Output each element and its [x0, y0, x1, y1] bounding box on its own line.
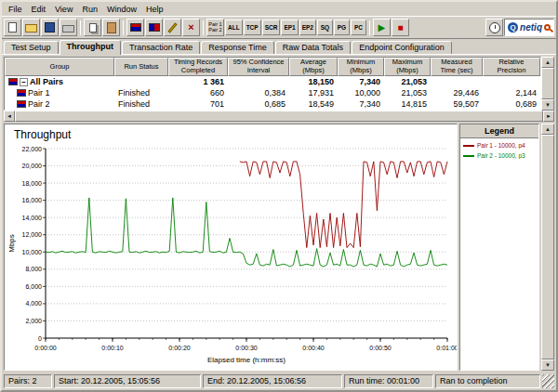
- legend-panel: Legend Pair 1 - 10000, p4 Pair 2 - 10000…: [459, 124, 539, 371]
- table-row-pair-1[interactable]: Pair 1 Finished 660 0,384 17,931 10,000 …: [5, 87, 540, 98]
- svg-text:0:00:00: 0:00:00: [34, 345, 56, 351]
- paste-button[interactable]: [102, 19, 120, 36]
- legend-item-pair1[interactable]: Pair 1 - 10000, p4: [460, 138, 538, 149]
- menubar: File Edit View Run Window Help: [2, 2, 556, 16]
- pair-visibility-button[interactable]: Pair 1 Pair 2: [206, 19, 224, 36]
- menu-view[interactable]: View: [50, 4, 77, 15]
- run-icon: ▶: [379, 23, 386, 33]
- svg-text:2,000: 2,000: [25, 318, 42, 324]
- col-confidence-interval[interactable]: 95% Confidence Interval: [228, 58, 289, 76]
- print-button[interactable]: [60, 19, 77, 36]
- throughput-chart: 02,0004,0006,0008,00010,00012,00014,0001…: [5, 141, 457, 370]
- col-group[interactable]: Group: [5, 58, 114, 76]
- legend-item-pair2[interactable]: Pair 2 - 10000, p3: [460, 149, 538, 159]
- menu-run[interactable]: Run: [77, 4, 102, 15]
- new-document-icon: [8, 22, 17, 33]
- scroll-left-button[interactable]: ◄: [4, 111, 15, 122]
- svg-text:0:00:30: 0:00:30: [235, 345, 257, 351]
- menu-file[interactable]: File: [4, 4, 27, 15]
- delete-pair-button[interactable]: ×: [182, 19, 200, 36]
- menu-help[interactable]: Help: [141, 4, 168, 15]
- filter-ep1-button[interactable]: EP1: [281, 20, 298, 35]
- tab-endpoint-configuration[interactable]: Endpoint Configuration: [352, 41, 452, 54]
- col-run-status[interactable]: Run Status: [114, 58, 168, 76]
- filter-scr-button[interactable]: SCR: [262, 20, 281, 35]
- cell-records: 701: [168, 98, 228, 110]
- results-table-section: Group Run Status Timing Records Complete…: [4, 57, 554, 111]
- cell-minimum: 7,340: [338, 76, 384, 87]
- table-row-all-pairs[interactable]: − All Pairs 1 361 18,150 7,340 21,053: [5, 76, 540, 87]
- toolbar-separator: [203, 20, 204, 35]
- status-pairs: Pairs: 2: [4, 374, 52, 388]
- cell-run-status: Finished: [114, 87, 168, 98]
- tab-throughput[interactable]: Throughput: [60, 40, 121, 55]
- tab-transaction-rate[interactable]: Transaction Rate: [122, 41, 200, 54]
- new-test-button[interactable]: [4, 19, 21, 36]
- copy-button[interactable]: [84, 19, 101, 36]
- open-test-button[interactable]: [22, 19, 40, 36]
- scroll-up-button[interactable]: ▲: [541, 57, 554, 68]
- run-test-button[interactable]: ▶: [373, 19, 391, 36]
- main-vscrollbar[interactable]: ▲ ▼: [541, 124, 554, 371]
- tab-bar: Test Setup Throughput Transaction Rate R…: [2, 39, 556, 55]
- menu-window[interactable]: Window: [102, 4, 141, 15]
- pair-icon: [17, 100, 26, 108]
- col-average[interactable]: Average (Mbps): [289, 58, 338, 76]
- svg-text:0:00:20: 0:00:20: [168, 345, 190, 351]
- scroll-thumb[interactable]: [541, 135, 554, 359]
- timer-button[interactable]: [485, 19, 503, 36]
- cell-average: 18,549: [289, 98, 338, 110]
- table-vscrollbar[interactable]: ▲ ▼: [541, 57, 554, 111]
- cell-minimum: 7,340: [338, 98, 384, 110]
- legend-label: Pair 1 - 10000, p4: [477, 142, 525, 149]
- scroll-down-button[interactable]: ▼: [541, 359, 554, 371]
- svg-text:Mbps: Mbps: [7, 234, 16, 253]
- cell-group: All Pairs: [30, 76, 63, 87]
- toolbar-separator: [369, 20, 370, 35]
- collapse-toggle[interactable]: −: [20, 78, 28, 86]
- cell-precision: 0,689: [483, 98, 540, 110]
- add-pair-button[interactable]: [126, 19, 144, 36]
- menu-edit[interactable]: Edit: [27, 4, 51, 15]
- scroll-right-button[interactable]: ►: [543, 111, 554, 122]
- svg-text:18,000: 18,000: [22, 180, 43, 187]
- status-run-time: Run time: 00:01:00: [344, 374, 433, 388]
- tab-response-time[interactable]: Response Time: [201, 41, 274, 54]
- table-hscrollbar[interactable]: ◄ ►: [4, 111, 554, 122]
- filter-pg-button[interactable]: PG: [334, 20, 350, 35]
- tab-test-setup[interactable]: Test Setup: [4, 41, 59, 54]
- cell-time: 29,446: [431, 87, 483, 98]
- filter-sq-button[interactable]: SQ: [317, 20, 333, 35]
- scroll-thumb[interactable]: [541, 68, 554, 99]
- save-test-button[interactable]: [41, 19, 59, 36]
- filter-ep2-button[interactable]: EP2: [299, 20, 316, 35]
- filter-pc-button[interactable]: PC: [351, 20, 366, 35]
- pair-2-label: Pair 2: [208, 28, 221, 33]
- col-relative-precision[interactable]: Relative Precision: [483, 58, 540, 76]
- col-maximum[interactable]: Maximum (Mbps): [384, 58, 431, 76]
- col-timing-records[interactable]: Timing Records Completed: [168, 58, 228, 76]
- table-row-pair-2[interactable]: Pair 2 Finished 701 0,685 18,549 7,340 1…: [5, 98, 540, 110]
- col-measured-time[interactable]: Measured Time (sec): [431, 58, 483, 76]
- scroll-thumb[interactable]: [15, 111, 543, 122]
- stop-test-button[interactable]: ■: [392, 19, 409, 36]
- tab-raw-data-totals[interactable]: Raw Data Totals: [275, 41, 351, 54]
- status-end-time: End: 20.12.2005, 15:06:56: [203, 374, 342, 388]
- add-group-button[interactable]: [145, 19, 163, 36]
- clock-icon: [489, 22, 500, 33]
- resize-grip[interactable]: [542, 374, 554, 388]
- status-result: Ran to completion: [435, 374, 540, 388]
- filter-all-button[interactable]: ALL: [225, 20, 243, 35]
- scroll-up-button[interactable]: ▲: [541, 124, 554, 135]
- save-disk-icon: [45, 22, 55, 33]
- table-header-row: Group Run Status Timing Records Complete…: [5, 58, 540, 76]
- cell-average: 18,150: [289, 76, 338, 87]
- status-bar: Pairs: 2 Start: 20.12.2005, 15:05:56 End…: [2, 372, 556, 390]
- svg-text:8,000: 8,000: [25, 266, 42, 272]
- filter-tcp-button[interactable]: TCP: [244, 20, 261, 35]
- svg-text:16,000: 16,000: [22, 197, 43, 203]
- scroll-down-button[interactable]: ▼: [541, 99, 554, 111]
- col-minimum[interactable]: Minimum (Mbps): [338, 58, 384, 76]
- svg-text:6,000: 6,000: [25, 283, 42, 290]
- edit-pair-button[interactable]: [164, 19, 181, 36]
